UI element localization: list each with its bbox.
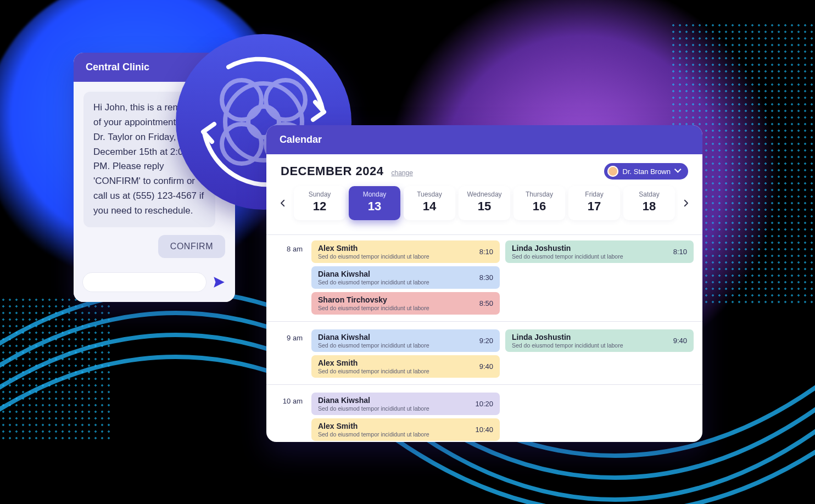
day-dow: Satday	[626, 191, 673, 198]
appointment[interactable]: Alex SmithSed do eiusmod tempor incididu…	[311, 418, 500, 441]
appointment-name: Linda Joshustin	[512, 333, 623, 341]
appointment-name: Diana Kiwshal	[318, 333, 429, 341]
appointment-desc: Sed do eiusmod tempor incididunt ut labo…	[318, 368, 429, 374]
calendar-title: Calendar	[266, 125, 702, 154]
appointment-name: Alex Smith	[318, 244, 429, 253]
appointment-time: 9:20	[479, 337, 493, 345]
day-card[interactable]: Wednesday15	[459, 186, 510, 220]
user-name: Dr. Stan Brown	[623, 167, 671, 176]
next-week-button[interactable]	[678, 195, 694, 211]
user-select[interactable]: Dr. Stan Brown	[604, 163, 688, 180]
chevron-right-icon	[681, 198, 691, 208]
schedule-column-right: Linda JoshustinSed do eiusmod tempor inc…	[505, 329, 694, 378]
calendar-month: DECEMBER 2024	[281, 164, 383, 178]
confirm-reply: CONFIRM	[158, 235, 225, 258]
day-dow: Monday	[351, 191, 398, 198]
appointment-name: Diana Kiwshal	[318, 270, 429, 278]
appointment-name: Diana Kiwshal	[318, 396, 429, 405]
time-label: 8 am	[275, 240, 306, 315]
calendar-card: Calendar DECEMBER 2024 change Dr. Stan B…	[266, 125, 702, 442]
day-number: 17	[571, 199, 618, 214]
appointment-name: Linda Joshustin	[512, 244, 623, 253]
time-label: 10 am	[275, 393, 306, 441]
day-dow: Friday	[571, 191, 618, 198]
day-card[interactable]: Monday13	[349, 186, 400, 220]
time-label: 9 am	[275, 329, 306, 378]
appointment-desc: Sed do eiusmod tempor incididunt ut labo…	[318, 431, 429, 438]
appointment[interactable]: Linda JoshustinSed do eiusmod tempor inc…	[505, 240, 694, 263]
send-button[interactable]	[212, 275, 226, 289]
message-input[interactable]	[82, 272, 206, 292]
appointment-desc: Sed do eiusmod tempor incididunt ut labo…	[318, 279, 429, 285]
chat-compose	[74, 266, 235, 302]
day-card[interactable]: Tuesday14	[404, 186, 455, 220]
day-card[interactable]: Thursday16	[513, 186, 565, 220]
appointment-name: Sharon Tirchovsky	[318, 295, 429, 304]
appointment-desc: Sed do eiusmod tempor incididunt ut labo…	[318, 342, 429, 349]
appointment-time: 10:40	[475, 425, 493, 434]
appointment-time: 8:10	[673, 248, 687, 256]
appointment[interactable]: Linda JoshustinSed do eiusmod tempor inc…	[505, 329, 694, 352]
day-number: 18	[626, 199, 673, 214]
day-number: 13	[351, 199, 398, 214]
appointment-time: 8:30	[479, 273, 493, 282]
day-dow: Wednesday	[461, 191, 508, 198]
day-card[interactable]: Satday18	[623, 186, 675, 220]
day-card[interactable]: Friday17	[568, 186, 620, 220]
day-dow: Thursday	[516, 191, 563, 198]
day-card[interactable]: Sunday12	[294, 186, 345, 220]
prev-week-button[interactable]	[275, 195, 291, 211]
appointment-desc: Sed do eiusmod tempor incididunt ut labo…	[512, 253, 623, 260]
day-number: 12	[296, 199, 343, 214]
appointment[interactable]: Alex SmithSed do eiusmod tempor incididu…	[311, 240, 500, 263]
schedule-column-left: Diana KiwshalSed do eiusmod tempor incid…	[311, 329, 500, 378]
chevron-down-icon	[675, 168, 682, 175]
appointment-desc: Sed do eiusmod tempor incididunt ut labo…	[318, 253, 429, 260]
appointment-name: Alex Smith	[318, 359, 429, 367]
appointment-time: 9:40	[479, 362, 493, 371]
chevron-left-icon	[278, 198, 288, 208]
send-icon	[212, 275, 226, 289]
appointment-time: 8:50	[479, 299, 493, 307]
schedule-column-right: Linda JoshustinSed do eiusmod tempor inc…	[505, 240, 694, 315]
schedule-column-right	[505, 393, 694, 441]
appointment[interactable]: Diana KiwshalSed do eiusmod tempor incid…	[311, 393, 500, 415]
day-number: 16	[516, 199, 563, 214]
schedule-column-left: Alex SmithSed do eiusmod tempor incididu…	[311, 240, 500, 315]
appointment[interactable]: Diana KiwshalSed do eiusmod tempor incid…	[311, 266, 500, 289]
avatar	[607, 166, 618, 177]
appointment-time: 10:20	[475, 400, 493, 408]
appointment[interactable]: Alex SmithSed do eiusmod tempor incididu…	[311, 355, 500, 378]
appointment[interactable]: Diana KiwshalSed do eiusmod tempor incid…	[311, 329, 500, 352]
change-link[interactable]: change	[391, 169, 412, 177]
appointment-time: 9:40	[673, 337, 687, 345]
day-number: 15	[461, 199, 508, 214]
appointment-desc: Sed do eiusmod tempor incididunt ut labo…	[318, 405, 429, 412]
appointment-desc: Sed do eiusmod tempor incididunt ut labo…	[512, 342, 623, 349]
day-dow: Tuesday	[406, 191, 453, 198]
day-dow: Sunday	[296, 191, 343, 198]
day-number: 14	[406, 199, 453, 214]
appointment-name: Alex Smith	[318, 422, 429, 430]
appointment[interactable]: Sharon TirchovskySed do eiusmod tempor i…	[311, 292, 500, 315]
appointment-time: 8:10	[479, 248, 493, 256]
schedule-column-left: Diana KiwshalSed do eiusmod tempor incid…	[311, 393, 500, 441]
appointment-desc: Sed do eiusmod tempor incididunt ut labo…	[318, 305, 429, 311]
